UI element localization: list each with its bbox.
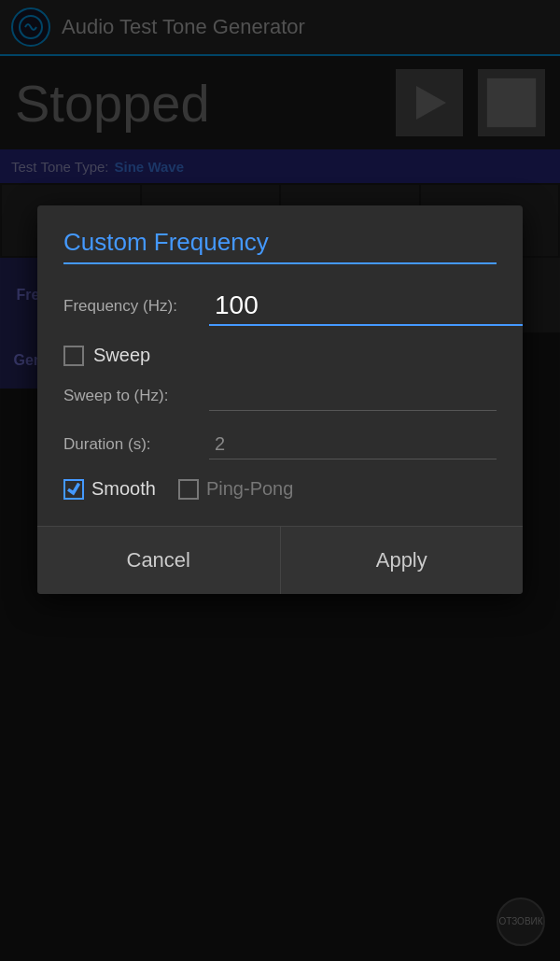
modal-overlay: Custom Frequency Frequency (Hz): Sweep S… — [0, 0, 560, 961]
duration-row: Duration (s): — [63, 430, 497, 459]
options-row: Smooth Ping-Pong — [63, 478, 497, 500]
sweep-to-input[interactable] — [209, 381, 497, 411]
ping-pong-label: Ping-Pong — [206, 478, 293, 500]
sweep-to-label: Sweep to (Hz): — [63, 387, 194, 405]
sweep-label: Sweep — [93, 345, 150, 366]
dialog-content: Custom Frequency Frequency (Hz): Sweep S… — [37, 205, 523, 526]
frequency-input[interactable] — [209, 287, 523, 326]
smooth-option: Smooth — [63, 478, 156, 500]
frequency-label: Frequency (Hz): — [63, 297, 194, 316]
cancel-button[interactable]: Cancel — [37, 527, 281, 594]
ping-pong-checkbox[interactable] — [178, 479, 199, 500]
dialog-buttons: Cancel Apply — [37, 526, 523, 594]
duration-input[interactable] — [209, 430, 497, 459]
duration-label: Duration (s): — [63, 435, 194, 454]
ping-pong-option: Ping-Pong — [178, 478, 293, 500]
sweep-to-row: Sweep to (Hz): — [63, 381, 497, 411]
apply-button[interactable]: Apply — [281, 527, 524, 594]
custom-frequency-dialog: Custom Frequency Frequency (Hz): Sweep S… — [37, 205, 523, 594]
dialog-title: Custom Frequency — [63, 228, 497, 257]
dialog-divider — [63, 262, 497, 264]
smooth-label: Smooth — [91, 478, 156, 500]
sweep-row: Sweep — [63, 345, 497, 366]
frequency-row: Frequency (Hz): — [63, 287, 497, 326]
sweep-checkbox[interactable] — [63, 346, 84, 366]
smooth-checkbox[interactable] — [63, 479, 84, 500]
